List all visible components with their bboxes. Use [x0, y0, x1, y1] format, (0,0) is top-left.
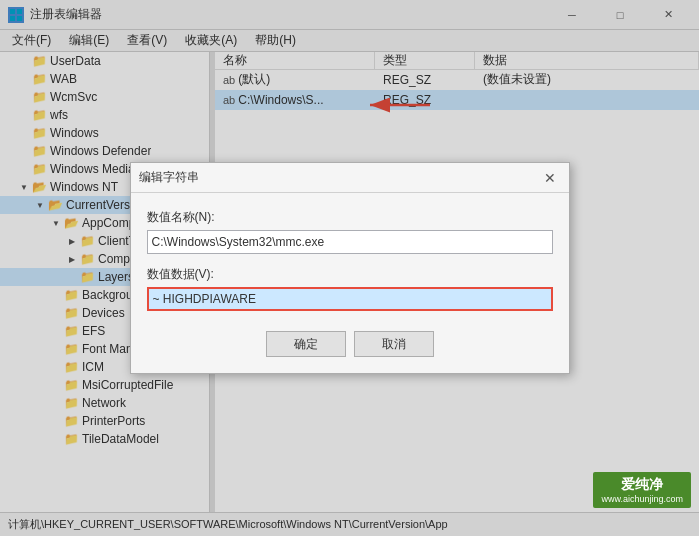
edit-string-dialog: 编辑字符串 ✕ 数值名称(N): 数值数据(V): 确定 取消	[130, 162, 570, 374]
dialog-close-button[interactable]: ✕	[539, 167, 561, 189]
field-data-input[interactable]	[147, 287, 553, 311]
watermark-site: www.aichunjing.com	[601, 494, 683, 504]
dialog-title-bar: 编辑字符串 ✕	[131, 163, 569, 193]
dialog-buttons: 确定 取消	[147, 331, 553, 357]
field-name-label: 数值名称(N):	[147, 209, 553, 226]
watermark-logo: 爱纯净	[621, 476, 663, 494]
dialog-overlay: 编辑字符串 ✕ 数值名称(N): 数值数据(V): 确定 取消	[0, 0, 699, 536]
dialog-title: 编辑字符串	[139, 169, 199, 186]
field-name-input[interactable]	[147, 230, 553, 254]
cancel-button[interactable]: 取消	[354, 331, 434, 357]
watermark: 爱纯净 www.aichunjing.com	[593, 472, 691, 508]
ok-button[interactable]: 确定	[266, 331, 346, 357]
dialog-body: 数值名称(N): 数值数据(V): 确定 取消	[131, 193, 569, 373]
field-data-label: 数值数据(V):	[147, 266, 553, 283]
